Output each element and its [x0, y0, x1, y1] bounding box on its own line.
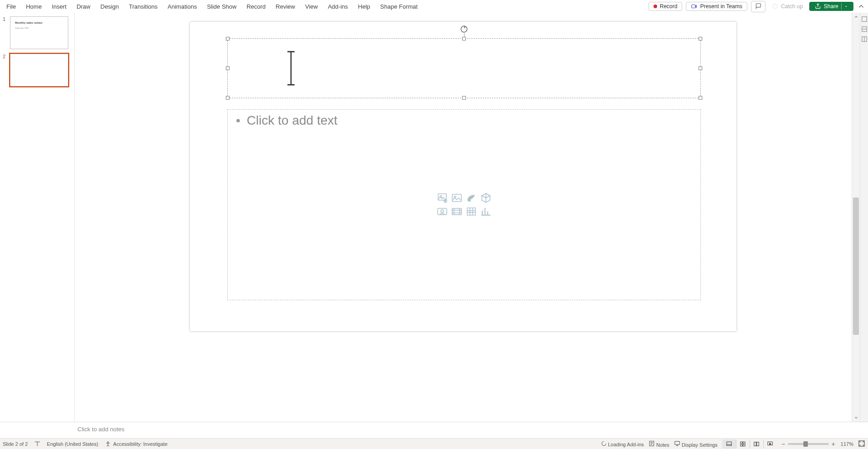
slide-thumbnail-panel[interactable]: 1 Monthly sales review September 2023 2 [0, 13, 75, 422]
tab-animations[interactable]: Animations [163, 1, 201, 12]
tab-transitions[interactable]: Transitions [124, 1, 162, 12]
notes-toggle-label: Notes [656, 442, 669, 448]
zoom-percentage[interactable]: 117% [838, 441, 853, 447]
tab-file[interactable]: File [2, 1, 20, 12]
svg-rect-16 [674, 441, 679, 444]
svg-rect-7 [438, 208, 447, 215]
resize-handle-s[interactable] [462, 96, 466, 100]
editor-viewport[interactable]: Click to add text [75, 13, 852, 422]
status-bar: Slide 2 of 2 English (United States) Acc… [0, 438, 868, 449]
rotate-handle-icon[interactable] [460, 25, 468, 33]
tab-review[interactable]: Review [271, 1, 300, 12]
insert-stock-image-button[interactable] [435, 192, 449, 204]
insert-video-button[interactable] [450, 205, 464, 218]
table-icon [465, 206, 477, 217]
slide-thumbnail-2[interactable] [10, 54, 68, 86]
scroll-up-button[interactable] [852, 13, 860, 21]
zoom-in-button[interactable]: + [832, 440, 835, 448]
tab-help[interactable]: Help [353, 1, 375, 12]
spell-check-button[interactable] [34, 441, 41, 447]
resize-handle-e[interactable] [699, 66, 702, 70]
insert-chart-button[interactable] [479, 205, 493, 218]
slide-sorter-view-button[interactable] [736, 439, 750, 449]
scroll-thumb[interactable] [853, 197, 859, 335]
content-placeholder[interactable]: Click to add text [227, 109, 701, 300]
notes-placeholder: Click to add notes [77, 426, 124, 433]
tab-insert[interactable]: Insert [47, 1, 71, 12]
insert-icon-button[interactable] [465, 192, 478, 204]
thumb-title: Monthly sales review [15, 21, 42, 24]
present-in-teams-button[interactable]: Present in Teams [686, 2, 747, 11]
scroll-down-button[interactable] [852, 414, 860, 422]
resize-handle-se[interactable] [699, 96, 702, 100]
notes-toggle-button[interactable]: Notes [648, 440, 669, 448]
text-cursor-icon [285, 49, 297, 88]
share-button[interactable]: Share [809, 2, 853, 11]
language-button[interactable]: English (United States) [47, 441, 98, 447]
zoom-slider-thumb[interactable] [803, 441, 808, 447]
svg-point-14 [107, 441, 108, 442]
comment-icon [755, 3, 761, 9]
svg-rect-9 [452, 208, 461, 215]
right-tool-strip [860, 13, 868, 422]
tab-draw[interactable]: Draw [72, 1, 95, 12]
tab-home[interactable]: Home [21, 1, 46, 12]
sparkle-icon [772, 3, 778, 10]
comments-button[interactable] [751, 1, 766, 12]
tab-design[interactable]: Design [96, 1, 123, 12]
pane-toggle-3[interactable] [861, 35, 868, 43]
thumb-subtitle: September 2023 [15, 27, 29, 29]
svg-rect-18 [740, 442, 743, 444]
chart-icon [480, 206, 492, 217]
tab-shape-format[interactable]: Shape Format [376, 1, 422, 12]
share-icon [815, 3, 821, 10]
slide-editor: Click to add text [75, 13, 852, 422]
tab-add-ins[interactable]: Add-ins [323, 1, 352, 12]
insert-3d-model-button[interactable] [479, 192, 493, 204]
resize-handle-sw[interactable] [226, 96, 230, 100]
svg-rect-5 [452, 194, 461, 202]
pane-toggle-2[interactable] [861, 25, 868, 33]
scroll-track[interactable] [852, 21, 860, 414]
normal-view-button[interactable] [722, 439, 736, 449]
accessibility-button[interactable]: Accessibility: Investigate [105, 441, 168, 447]
slide-thumbnail-1[interactable]: Monthly sales review September 2023 [10, 16, 68, 49]
sorter-view-icon [739, 441, 746, 447]
zoom-slider[interactable] [788, 443, 829, 445]
tab-view[interactable]: View [301, 1, 322, 12]
slideshow-view-button[interactable] [763, 439, 777, 449]
fit-window-icon [858, 440, 865, 447]
share-caret[interactable] [841, 3, 848, 10]
slide-canvas[interactable]: Click to add text [190, 22, 736, 331]
tab-slide-show[interactable]: Slide Show [202, 1, 241, 12]
insert-picture-button[interactable] [450, 192, 464, 204]
status-right: Loading Add-ins Notes Display Settings [601, 439, 865, 449]
insert-cameo-button[interactable] [435, 205, 449, 218]
book-icon [34, 441, 41, 447]
collapse-ribbon-button[interactable] [857, 2, 865, 10]
record-button[interactable]: Record [648, 2, 683, 11]
display-settings-button[interactable]: Display Settings [674, 440, 718, 448]
resize-handle-w[interactable] [226, 66, 230, 70]
catch-up-label: Catch up [781, 3, 803, 10]
insert-table-button[interactable] [465, 205, 478, 218]
title-placeholder[interactable] [227, 38, 701, 98]
reading-view-button[interactable] [750, 439, 763, 449]
pane-toggle-1[interactable] [861, 15, 868, 23]
icons-icon [465, 192, 477, 203]
zoom-out-button[interactable]: − [781, 440, 785, 448]
resize-handle-n[interactable] [462, 37, 466, 40]
spinner-icon [601, 441, 607, 446]
teams-icon [691, 3, 697, 10]
accessibility-icon [105, 441, 111, 447]
tab-record[interactable]: Record [242, 1, 270, 12]
catch-up-button[interactable]: Catch up [769, 3, 806, 10]
share-label: Share [824, 3, 838, 10]
svg-rect-19 [743, 442, 745, 444]
resize-handle-nw[interactable] [226, 37, 230, 40]
notes-pane[interactable]: Click to add notes [0, 422, 868, 438]
fit-to-window-button[interactable] [858, 440, 865, 448]
vertical-scrollbar[interactable] [852, 13, 860, 422]
resize-handle-ne[interactable] [699, 37, 702, 40]
display-settings-label: Display Settings [682, 442, 718, 448]
